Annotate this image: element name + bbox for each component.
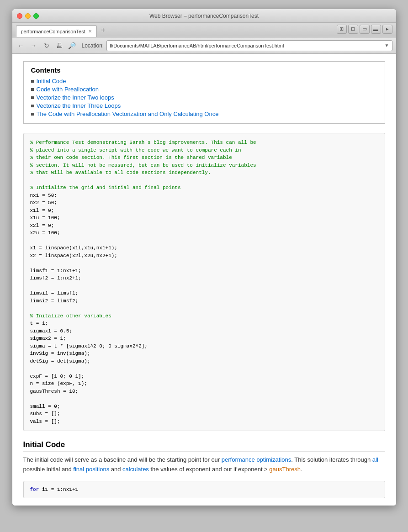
desc-highlight-3: final positions [73, 466, 109, 473]
list-item: Vectorize the Inner Three Loops [31, 102, 377, 109]
code-line: x1u = 100; [30, 215, 60, 221]
desc-text-1: The initial code will serve as a baselin… [23, 456, 222, 463]
code-line: limsf1 = 1:nx1+1; [30, 268, 81, 274]
bullet-icon [31, 80, 34, 83]
refresh-button[interactable]: ↻ [42, 41, 52, 51]
window-controls [17, 13, 39, 19]
code-line: gausThresh = 10; [30, 389, 79, 394]
list-item: Code with Preallocation [31, 86, 377, 93]
code-line: n = size (expF, 1); [30, 381, 87, 386]
contents-link-2[interactable]: Code with Preallocation [37, 86, 99, 93]
code-line: nx2 = 50; [30, 200, 57, 205]
new-tab-button[interactable]: + [99, 26, 108, 35]
history-button[interactable]: 🔎 [67, 41, 77, 51]
code-line: small = 0; [30, 404, 60, 409]
code-line: t = 1; [30, 321, 48, 326]
code-line: % section. It will not be measured, but … [30, 163, 256, 168]
location-label: Location: [82, 42, 104, 49]
code-line: % Initalize other variables [30, 313, 111, 319]
page-content: Contents Initial Code Code with Prealloc… [12, 54, 396, 506]
code-line: x2u = 100; [30, 230, 60, 236]
code-line: i1 = 1:nx1+1 [39, 487, 78, 492]
contents-link-3[interactable]: Vectorize the Inner Two loops [37, 94, 114, 101]
contents-box: Contents Initial Code Code with Prealloc… [23, 61, 385, 124]
compact-view-icon[interactable]: ▬ [371, 25, 381, 34]
tab-view-icon[interactable]: ▭ [360, 25, 370, 34]
code-line: x1 = linspace(x1l,x1u,nx1+1); [30, 245, 117, 251]
initial-code-title: Initial Code [23, 440, 385, 452]
contents-link-4[interactable]: Vectorize the Inner Three Loops [37, 102, 121, 109]
contents-link-1[interactable]: Initial Code [37, 78, 66, 84]
code-line: % that will be available to all code sec… [30, 170, 211, 175]
desc-highlight-5: gausThresh [269, 466, 301, 473]
code-line: limsi1 = limsf1; [30, 290, 79, 296]
code-line: % Initialize the grid and initial and fi… [30, 185, 181, 190]
code-keyword: for [30, 487, 39, 492]
code-line: sigma = t * [sigmax1^2 0; 0 sigmax2^2]; [30, 343, 148, 349]
code-line: expF = [1 0; 0 1]; [30, 374, 85, 379]
more-options-icon[interactable]: ▸ [382, 25, 392, 34]
desc-text-3: possible initial and [23, 466, 74, 473]
shared-code-block: % Performance Test demonstrating Sarah's… [23, 133, 385, 431]
tabbar: performanceComparisonTest ✕ + ⊞ ⊟ ▭ ▬ ▸ [12, 23, 396, 37]
initial-code-description: The initial code will serve as a baselin… [23, 455, 385, 474]
desc-text-2: . This solution iterates through [291, 456, 372, 463]
code-line: vals = []; [30, 419, 60, 424]
code-line: % Performance Test demonstrating Sarah's… [30, 140, 256, 145]
contents-link-5[interactable]: The Code with Preallocation Vectorizatio… [37, 111, 219, 117]
desc-highlight-2: all [372, 456, 378, 463]
print-button[interactable]: 🖶 [54, 41, 64, 51]
bullet-icon [31, 88, 34, 91]
browser-tab[interactable]: performanceComparisonTest ✕ [16, 25, 97, 37]
code-line: subs = []; [30, 411, 60, 416]
location-input[interactable] [110, 43, 384, 48]
code-line: % their own code section. This first sec… [30, 155, 232, 160]
desc-highlight-4: calculates [122, 466, 149, 473]
code-line: nx1 = 50; [30, 193, 57, 198]
list-item: The Code with Preallocation Vectorizatio… [31, 111, 377, 117]
tab-label: performanceComparisonTest [21, 29, 85, 34]
navbar: ← → ↻ 🖶 🔎 Location: ▼ [12, 37, 396, 54]
location-bar: ▼ [106, 40, 392, 51]
code-line: limsf2 = 1:nx2+1; [30, 275, 81, 281]
bullet-icon [31, 113, 34, 116]
desc-text-4: and [109, 466, 122, 473]
tab-close-icon[interactable]: ✕ [88, 29, 92, 34]
contents-title: Contents [31, 66, 377, 74]
bullet-icon [31, 96, 34, 99]
close-button[interactable] [17, 13, 22, 19]
back-button[interactable]: ← [16, 41, 26, 51]
browser-window: Web Browser – performanceComparisonTest … [12, 9, 396, 506]
grid-view-icon[interactable]: ⊞ [337, 25, 347, 34]
forward-button[interactable]: → [29, 41, 39, 51]
minimize-button[interactable] [25, 13, 31, 19]
code-line: x2l = 0; [30, 223, 54, 228]
list-item: Initial Code [31, 78, 377, 84]
split-view-icon[interactable]: ⊟ [348, 25, 358, 34]
code-line: x1l = 0; [30, 208, 54, 213]
contents-list: Initial Code Code with Preallocation Vec… [31, 78, 377, 117]
desc-text-6: . [301, 466, 302, 473]
list-item: Vectorize the Inner Two loops [31, 94, 377, 101]
code-line: % placed into a single script with the c… [30, 147, 241, 153]
code-line: sigmax1 = 0.5; [30, 328, 72, 334]
desc-text-5: the values of exponent and out if expone… [149, 466, 269, 473]
desc-highlight-1: performance optimizations [222, 456, 291, 463]
code-line: detSig = det(sigma); [30, 358, 90, 364]
maximize-button[interactable] [33, 13, 39, 19]
location-dropdown-icon[interactable]: ▼ [385, 43, 389, 48]
window-title: Web Browser – performanceComparisonTest [149, 13, 259, 19]
initial-code-snippet: for i1 = 1:nx1+1 [23, 481, 385, 499]
bullet-icon [31, 105, 34, 107]
code-line: limsi2 = limsf2; [30, 298, 79, 304]
code-line: invSig = inv(sigma); [30, 351, 90, 356]
titlebar: Web Browser – performanceComparisonTest [12, 9, 396, 23]
code-line: sigmax2 = 1; [30, 336, 66, 341]
code-line: x2 = linspace(x2l,x2u,nx2+1); [30, 253, 117, 258]
